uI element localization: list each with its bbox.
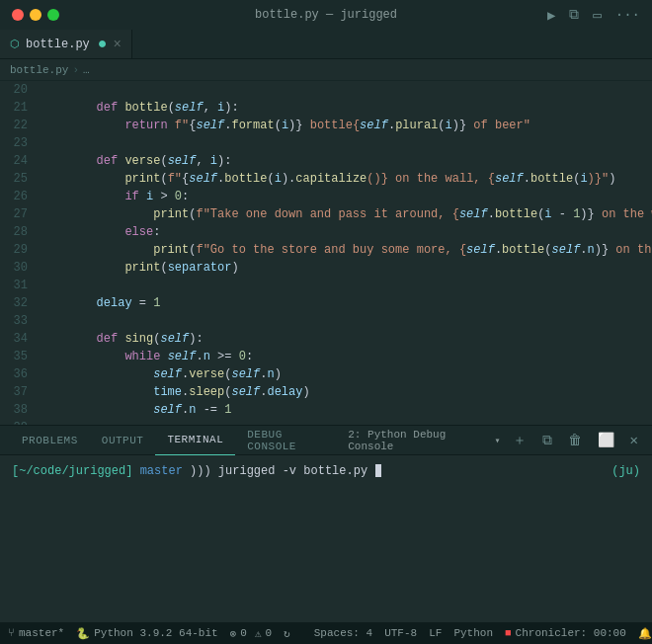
status-encoding[interactable]: UTF-8: [384, 627, 417, 639]
token: self: [196, 119, 224, 132]
token: i: [580, 172, 587, 186]
token: :: [246, 350, 253, 363]
git-branch-label: master*: [19, 627, 64, 639]
token: .: [524, 172, 530, 186]
code-line: self.n -= 1: [40, 401, 652, 419]
console-label[interactable]: 2: Python Debug Console ▾: [348, 429, 500, 452]
token: -: [552, 207, 574, 221]
token: self: [168, 350, 197, 363]
line-number: 29: [0, 241, 28, 259]
titlebar-buttons: [12, 9, 59, 21]
split-terminal-icon[interactable]: ⧉: [538, 431, 556, 450]
tab-debug-console[interactable]: DEBUG CONSOLE: [235, 426, 348, 455]
toggle-panel-icon[interactable]: ▭: [589, 5, 605, 26]
token: plural: [395, 119, 438, 132]
token: self: [360, 119, 388, 132]
console-dropdown-icon[interactable]: ▾: [495, 435, 501, 446]
add-terminal-icon[interactable]: ＋: [509, 430, 530, 451]
file-icon: ⬡: [10, 38, 20, 50]
token: delay: [267, 385, 302, 399]
close-button[interactable]: [12, 9, 24, 21]
line-numbers: 2021222324252627282930313233343536373839…: [0, 81, 36, 425]
token: ): [275, 367, 282, 381]
status-chronicler[interactable]: ■ Chronicler: 00:00: [505, 627, 626, 639]
kill-terminal-icon[interactable]: 🗑: [564, 431, 586, 450]
line-number: 39: [0, 419, 28, 425]
token: 0: [175, 190, 182, 203]
code-line: [40, 134, 652, 152]
token: f": [168, 172, 182, 186]
token: [40, 296, 97, 310]
token: if: [124, 190, 138, 203]
token: self: [231, 367, 260, 381]
token: return: [124, 119, 167, 132]
token: 1: [224, 403, 231, 417]
line-number: 36: [0, 365, 28, 383]
tab-terminal[interactable]: TERMINAL: [155, 426, 235, 455]
more-actions-icon[interactable]: ···: [611, 5, 644, 25]
code-line: def sing(self):: [40, 330, 652, 348]
status-sync[interactable]: ↻: [284, 627, 290, 640]
terminal-right-label: (ju): [611, 461, 640, 481]
split-editor-icon[interactable]: ⧉: [565, 5, 583, 25]
panel-tabbar: PROBLEMS OUTPUT TERMINAL DEBUG CONSOLE 2…: [0, 426, 652, 455]
token: )}: [580, 207, 594, 221]
tab-output[interactable]: OUTPUT: [90, 426, 156, 455]
line-number: 21: [0, 99, 28, 117]
status-notification[interactable]: 🔔: [638, 627, 652, 640]
terminal-cursor: [375, 464, 381, 477]
token: (: [160, 172, 167, 186]
tab-problems[interactable]: PROBLEMS: [10, 426, 90, 455]
token: ,: [196, 154, 209, 168]
breadcrumb: bottle.py › …: [0, 59, 652, 81]
token: [40, 101, 97, 115]
token: [40, 403, 153, 417]
token: bottle: [530, 172, 573, 186]
breadcrumb-location[interactable]: …: [83, 64, 90, 76]
chronicler-label: Chronicler: 00:00: [516, 627, 626, 639]
minimize-button[interactable]: [30, 9, 41, 21]
code-line: self.verse(self.n): [40, 365, 652, 383]
maximize-button[interactable]: [47, 9, 59, 21]
token: .: [580, 243, 587, 257]
close-panel-icon[interactable]: ✕: [626, 430, 642, 450]
status-python[interactable]: 🐍 Python 3.9.2 64-bit: [76, 627, 217, 640]
token: on the wall": [609, 243, 652, 257]
git-icon: ⑂: [8, 627, 15, 639]
token: [40, 172, 124, 186]
token: print: [124, 261, 160, 275]
terminal-branch: master: [140, 464, 183, 478]
maximize-panel-icon[interactable]: ⬜: [594, 430, 618, 450]
token: 1: [153, 296, 160, 310]
panel: PROBLEMS OUTPUT TERMINAL DEBUG CONSOLE 2…: [0, 425, 652, 622]
code-line: def verse(self, i):: [40, 152, 652, 170]
token: i: [446, 119, 452, 132]
status-spaces[interactable]: Spaces: 4: [314, 627, 372, 639]
statusbar: ⑂ master* 🐍 Python 3.9.2 64-bit ⊗ 0 ⚠ 0 …: [0, 622, 652, 644]
status-git-branch[interactable]: ⑂ master*: [8, 627, 64, 639]
status-errors[interactable]: ⊗ 0 ⚠ 0: [230, 627, 272, 640]
token: n: [588, 243, 595, 257]
breadcrumb-file[interactable]: bottle.py: [10, 64, 68, 76]
line-number: 22: [0, 117, 28, 134]
token: on the wall": [595, 207, 652, 221]
tab-bottle-py[interactable]: ⬡ bottle.py ● ×: [0, 30, 132, 58]
token: def: [97, 101, 119, 115]
token: def: [97, 154, 119, 168]
status-language[interactable]: Python: [453, 627, 493, 639]
spaces-label: Spaces: 4: [314, 627, 372, 639]
line-number: 26: [0, 188, 28, 205]
code-content[interactable]: def bottle(self, i): return f"{self.form…: [36, 81, 652, 425]
code-line: if i > 0:: [40, 188, 652, 205]
run-icon[interactable]: ▶: [543, 5, 559, 26]
editor-row: 2021222324252627282930313233343536373839…: [0, 81, 652, 425]
warning-count: 0: [266, 627, 273, 639]
token: [40, 385, 153, 399]
tab-close-icon[interactable]: ×: [113, 38, 121, 51]
window-title: bottle.py — jurigged: [255, 8, 397, 22]
line-number: 38: [0, 401, 28, 419]
status-line-ending[interactable]: LF: [429, 627, 442, 639]
token: i: [544, 207, 551, 221]
terminal-body[interactable]: (ju) [~/code/jurigged] master ))) jurigg…: [0, 455, 652, 622]
token: bottle: [495, 207, 537, 221]
